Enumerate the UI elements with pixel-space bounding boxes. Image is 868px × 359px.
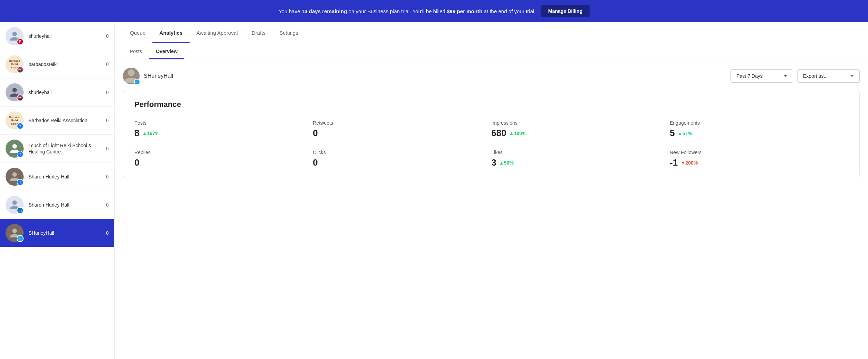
- sidebar-item-name: Touch of Light Reiki School & Healing Ce…: [28, 142, 102, 155]
- account-info: 🐦 SHurleyHall: [123, 68, 173, 84]
- app-layout: P shurleyhall 0 BarbadoReikisocia 📷 barb…: [0, 22, 868, 359]
- sidebar-item-count: 0: [102, 202, 109, 208]
- metric-value: 3: [491, 157, 496, 168]
- secondary-tabs: Posts Overview: [115, 43, 868, 59]
- primary-tabs: Queue Analytics Awaiting Approval Drafts…: [115, 22, 868, 43]
- sidebar-item-name: SHurleyHall: [28, 230, 102, 236]
- sidebar-item-name: shurleyhall: [28, 89, 102, 95]
- sidebar-item-count: 0: [102, 33, 109, 39]
- tab-queue[interactable]: Queue: [123, 22, 152, 43]
- tab-settings[interactable]: Settings: [273, 22, 305, 43]
- metric-value-row: 8 ▲167%: [134, 128, 313, 139]
- instagram-badge: 📷: [17, 94, 24, 101]
- metric-value-row: -1 ▼200%: [670, 157, 848, 168]
- metric-engagements: Engagements 5 ▲67%: [670, 120, 848, 139]
- sidebar: P shurleyhall 0 BarbadoReikisocia 📷 barb…: [0, 22, 115, 359]
- sidebar-item-count: 0: [102, 61, 109, 67]
- metric-value-row: 680 ▲100%: [491, 128, 670, 139]
- metric-value-row: 5 ▲67%: [670, 128, 848, 139]
- sidebar-item-count: 0: [102, 230, 109, 236]
- metric-label: Impressions: [491, 120, 670, 126]
- sidebar-item-name: barbadosreiki: [28, 61, 102, 67]
- sidebar-item-barbadosreiki-instagram[interactable]: BarbadoReikisocia 📷 barbadosreiki 0: [0, 50, 114, 78]
- metric-clicks: Clicks 0: [313, 150, 491, 168]
- metric-impressions: Impressions 680 ▲100%: [491, 120, 670, 139]
- chevron-down-icon: [784, 75, 787, 77]
- sidebar-item-name: shurleyhall: [28, 33, 102, 39]
- period-dropdown[interactable]: Past 7 Days: [731, 69, 793, 83]
- metric-change: ▲67%: [677, 131, 692, 136]
- metric-value: -1: [670, 157, 678, 168]
- metric-change: ▲100%: [509, 131, 526, 136]
- metric-value-row: 0: [313, 128, 491, 139]
- main-content: Queue Analytics Awaiting Approval Drafts…: [115, 22, 868, 359]
- export-dropdown[interactable]: Export as...: [797, 69, 860, 83]
- metric-label: Replies: [134, 150, 313, 155]
- metric-likes: Likes 3 ▲50%: [491, 150, 670, 168]
- sidebar-item-count: 0: [102, 90, 109, 95]
- sidebar-item-touch-light-facebook[interactable]: f Touch of Light Reiki School & Healing …: [0, 135, 114, 163]
- tab-overview[interactable]: Overview: [149, 43, 184, 59]
- avatar-wrapper: f: [6, 140, 24, 158]
- metric-label: Engagements: [670, 120, 848, 126]
- metric-new-followers: New Followers -1 ▼200%: [670, 150, 848, 168]
- performance-card: Performance Posts 8 ▲167% Retweets 0: [123, 90, 860, 178]
- sidebar-item-name: Sharon Hurley Hall: [28, 202, 102, 208]
- account-name: SHurleyHall: [144, 73, 173, 79]
- account-avatar-wrapper: 🐦: [123, 68, 140, 84]
- metric-label: Posts: [134, 120, 313, 126]
- banner-text: You have 13 days remaining on your Busin…: [278, 8, 535, 14]
- metric-value-row: 3 ▲50%: [491, 157, 670, 168]
- sidebar-item-sharon-linkedin[interactable]: in Sharon Hurley Hall 0: [0, 191, 114, 219]
- metric-value: 0: [313, 157, 318, 168]
- metric-label: Likes: [491, 150, 670, 155]
- metrics-grid: Posts 8 ▲167% Retweets 0 Impressions: [134, 120, 848, 168]
- sidebar-item-count: 0: [102, 146, 109, 151]
- instagram-badge: 📷: [17, 66, 24, 73]
- metric-retweets: Retweets 0: [313, 120, 491, 139]
- avatar-wrapper: in: [6, 196, 24, 214]
- period-label: Past 7 Days: [736, 73, 762, 79]
- sidebar-item-name: Sharon Hurley Hall: [28, 174, 102, 180]
- pinterest-badge: P: [17, 38, 24, 45]
- metric-value-row: 0: [134, 157, 313, 168]
- sidebar-item-sharon-facebook[interactable]: f Sharon Hurley Hall 0: [0, 163, 114, 191]
- linkedin-badge: in: [17, 207, 24, 214]
- facebook-badge: f: [17, 179, 24, 186]
- sidebar-item-shurleyhall-twitter[interactable]: 🐦 SHurleyHall 0: [0, 219, 114, 247]
- sidebar-item-shurleyhall-pinterest[interactable]: P shurleyhall 0: [0, 22, 114, 50]
- metric-value: 0: [313, 128, 318, 139]
- sidebar-item-count: 0: [102, 118, 109, 123]
- chevron-down-icon: [850, 75, 854, 77]
- metric-label: Retweets: [313, 120, 491, 126]
- sidebar-item-shurleyhall-instagram[interactable]: 📷 shurleyhall 0: [0, 78, 114, 107]
- export-label: Export as...: [803, 73, 828, 79]
- manage-billing-button[interactable]: Manage Billing: [541, 5, 590, 17]
- tab-posts[interactable]: Posts: [123, 43, 149, 59]
- metric-change: ▲167%: [142, 131, 159, 136]
- metric-value: 5: [670, 128, 675, 139]
- sidebar-item-count: 0: [102, 174, 109, 180]
- avatar-wrapper: P: [6, 27, 24, 45]
- account-header: 🐦 SHurleyHall Past 7 Days Export as...: [115, 59, 868, 90]
- avatar-wrapper: f: [6, 168, 24, 186]
- tab-analytics[interactable]: Analytics: [152, 22, 190, 43]
- tab-drafts[interactable]: Drafts: [245, 22, 273, 43]
- avatar-wrapper: 🐦: [6, 224, 24, 242]
- sidebar-item-barbados-reiki-facebook[interactable]: BarbadoReikisocia f Barbados Reiki Assoc…: [0, 107, 114, 135]
- facebook-badge: f: [17, 151, 24, 158]
- metric-value-row: 0: [313, 157, 491, 168]
- metric-value: 8: [134, 128, 139, 139]
- account-twitter-badge: 🐦: [134, 79, 140, 85]
- metric-value: 0: [134, 157, 139, 168]
- metric-posts: Posts 8 ▲167%: [134, 120, 313, 139]
- metric-value: 680: [491, 128, 506, 139]
- trial-banner: You have 13 days remaining on your Busin…: [0, 0, 868, 22]
- metric-label: New Followers: [670, 150, 848, 155]
- tab-awaiting-approval[interactable]: Awaiting Approval: [190, 22, 245, 43]
- metric-change: ▲50%: [499, 160, 514, 166]
- performance-title: Performance: [134, 100, 848, 109]
- avatar-wrapper: BarbadoReikisocia f: [6, 111, 24, 130]
- twitter-badge: 🐦: [17, 235, 24, 242]
- avatar-wrapper: BarbadoReikisocia 📷: [6, 55, 24, 73]
